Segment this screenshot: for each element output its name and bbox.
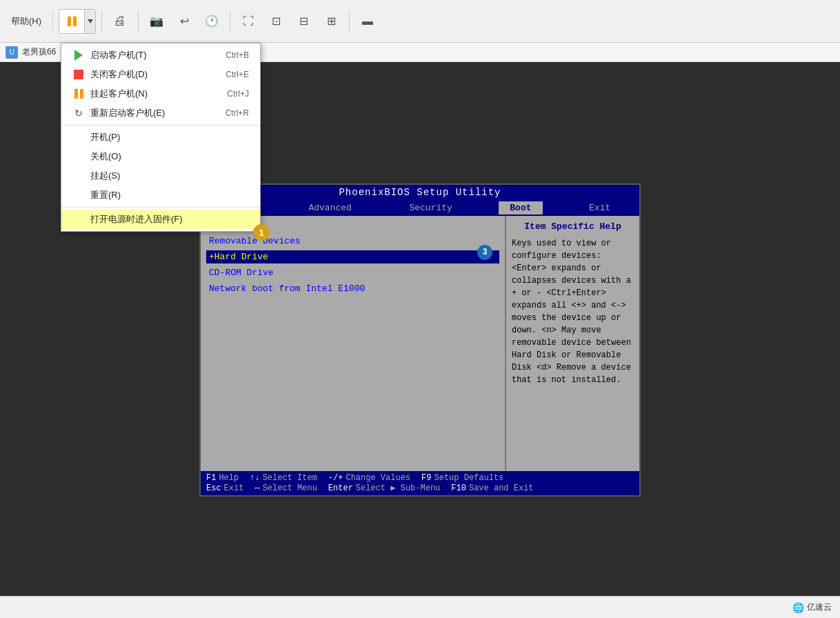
stop-icon <box>72 68 85 81</box>
monitor-icon: 🖨 <box>114 14 126 28</box>
badge-3: 3 <box>477 245 492 260</box>
bios-boot-hdd[interactable]: +Hard Drive 3 <box>206 250 499 263</box>
separator-2 <box>101 11 102 32</box>
menu-item-suspend2[interactable]: 挂起(S) <box>61 166 260 186</box>
bios-main-panel: Removable Devices +Hard Drive 3 CD-ROM D… <box>201 216 505 471</box>
menu-sep-2 <box>61 207 260 208</box>
view-button-3[interactable]: ⊞ <box>319 9 343 34</box>
footer-key-ud: ↑↓ <box>250 473 259 483</box>
bios-help-title: Item Specific Help <box>512 221 634 232</box>
help-menu[interactable]: 帮助(H) <box>6 12 47 30</box>
bios-help-panel: Item Specific Help Keys used to view or … <box>505 216 639 471</box>
footer-desc-ud: Select Item <box>263 473 317 483</box>
footer-key-enter: Enter <box>328 484 353 493</box>
fullscreen-button[interactable]: ⛶ <box>236 9 261 34</box>
footer-desc-f10: Save and Exit <box>469 484 534 493</box>
menu-item-start[interactable]: 启动客户机(T) Ctrl+B <box>61 46 260 65</box>
firmware-icon <box>72 213 85 226</box>
power-on-icon <box>72 131 85 143</box>
menu-item-restart-label: 重新启动客户机(E) <box>90 107 165 119</box>
menu-item-close-label: 关闭客户机(D) <box>90 68 148 81</box>
menu-item-suspend2-label: 挂起(S) <box>90 170 120 182</box>
pause-bar-left <box>68 17 71 26</box>
manage-icon: 🕐 <box>205 14 219 28</box>
menu-item-close-shortcut: Ctrl+E <box>226 70 249 79</box>
bios-nav-boot[interactable]: Boot <box>499 201 542 215</box>
menu-item-restart[interactable]: ↻ 重新启动客户机(E) Ctrl+R <box>61 103 260 123</box>
revert-snapshot-button[interactable]: ↩ <box>172 9 197 34</box>
footer-ud: ↑↓ Select Item <box>250 473 317 483</box>
play-icon <box>72 49 85 61</box>
footer-key-f9: F9 <box>421 473 431 483</box>
snapshot-icon: 📷 <box>150 14 163 28</box>
yiyun-text: 亿速云 <box>807 601 832 613</box>
menu-item-suspend-label: 挂起客户机(N) <box>90 88 148 100</box>
toolbar: 帮助(H) 🖨 📷 ↩ 🕐 ⛶ ⊡ ⊟ ⊞ <box>0 0 840 43</box>
bios-boot-removable[interactable]: Removable Devices <box>206 235 499 248</box>
yiyun-icon: 🌐 <box>792 602 804 613</box>
revert-icon: ↩ <box>180 14 189 28</box>
footer-enter: Enter Select ▶ Sub-Menu <box>328 483 440 493</box>
footer-lr: ↔ Select Menu <box>254 483 317 493</box>
snapshot-button[interactable]: 📷 <box>144 9 169 34</box>
footer-desc-enter: Select ▶ Sub-Menu <box>356 483 440 493</box>
bios-boot-network[interactable]: Network boot from Intel E1000 <box>206 282 499 295</box>
console-button[interactable]: ▬ <box>355 9 380 34</box>
dropdown-menu: 启动客户机(T) Ctrl+B 关闭客户机(D) Ctrl+E 挂起客户机(N)… <box>61 43 261 232</box>
menu-item-close[interactable]: 关闭客户机(D) Ctrl+E <box>61 65 260 84</box>
footer-esc: Esc Exit <box>206 483 243 493</box>
menu-item-firmware[interactable]: 打开电源时进入固件(F) <box>61 210 260 229</box>
footer-key-f10: F10 <box>451 484 466 493</box>
footer-desc-change: Change Values <box>346 473 410 483</box>
menu-item-start-label: 启动客户机(T) <box>90 49 147 61</box>
footer-key-change: -/+ <box>328 473 343 483</box>
footer-f1: F1 Help <box>206 473 239 483</box>
footer-key-esc: Esc <box>206 484 221 493</box>
menu-item-firmware-label: 打开电源时进入固件(F) <box>90 213 183 226</box>
footer-f9: F9 Setup Defaults <box>421 473 503 483</box>
bios-boot-cdrom[interactable]: CD-ROM Drive <box>206 266 499 279</box>
view3-icon: ⊞ <box>327 14 336 28</box>
bios-body: Removable Devices +Hard Drive 3 CD-ROM D… <box>201 216 639 471</box>
bios-nav-exit[interactable]: Exit <box>578 201 621 215</box>
bios-help-text: Keys used to view or configure devices: … <box>512 237 634 386</box>
bios-nav: Main Advanced Security Boot Exit <box>201 200 639 216</box>
view-button-2[interactable]: ⊟ <box>291 9 316 34</box>
pause-dropdown-arrow[interactable] <box>84 10 95 33</box>
footer-desc-lr: Select Menu <box>263 484 317 493</box>
pause-button-main[interactable] <box>59 10 84 33</box>
footer-key-lr: ↔ <box>254 484 259 493</box>
manage-snapshot-button[interactable]: 🕐 <box>199 9 224 34</box>
separator-3 <box>138 11 139 32</box>
pause-menu-icon <box>72 88 85 100</box>
menu-item-power-on[interactable]: 开机(P) <box>61 128 260 147</box>
badge-1: 1 <box>253 224 270 241</box>
view-button-1[interactable]: ⊡ <box>263 9 288 34</box>
menu-item-suspend-shortcut: Ctrl+J <box>227 89 249 99</box>
bios-footer: F1 Help ↑↓ Select Item -/+ Change Values… <box>201 471 639 495</box>
menu-item-restart-shortcut: Ctrl+R <box>226 108 249 118</box>
bios-nav-advanced[interactable]: Advanced <box>297 201 362 215</box>
menu-item-power-on-label: 开机(P) <box>90 131 120 143</box>
avatar: U <box>6 46 18 59</box>
footer-change: -/+ Change Values <box>328 473 410 483</box>
menu-item-start-shortcut: Ctrl+B <box>226 50 249 60</box>
menu-sep-1 <box>61 125 260 126</box>
bios-nav-security[interactable]: Security <box>398 201 463 215</box>
menu-item-suspend[interactable]: 挂起客户机(N) Ctrl+J <box>61 84 260 103</box>
separator-4 <box>230 11 230 32</box>
suspend2-icon <box>72 170 85 182</box>
pause-button-group[interactable] <box>59 9 96 34</box>
screenshot-button-1[interactable]: 🖨 <box>108 9 132 34</box>
menu-item-power-off-label: 关机(O) <box>90 150 121 163</box>
menu-item-reset[interactable]: 重置(R) <box>61 186 260 205</box>
footer-f10: F10 Save and Exit <box>451 483 533 493</box>
footer-key-f1: F1 <box>206 473 216 483</box>
console-icon: ▬ <box>362 15 373 28</box>
menu-item-reset-label: 重置(R) <box>90 189 121 201</box>
pause-bar-right <box>73 17 77 26</box>
menu-item-power-off[interactable]: 关机(O) <box>61 147 260 166</box>
separator-1 <box>52 11 53 32</box>
footer-desc-f9: Setup Defaults <box>434 473 503 483</box>
bios-title: PhoenixBIOS Setup Utility <box>201 185 639 200</box>
